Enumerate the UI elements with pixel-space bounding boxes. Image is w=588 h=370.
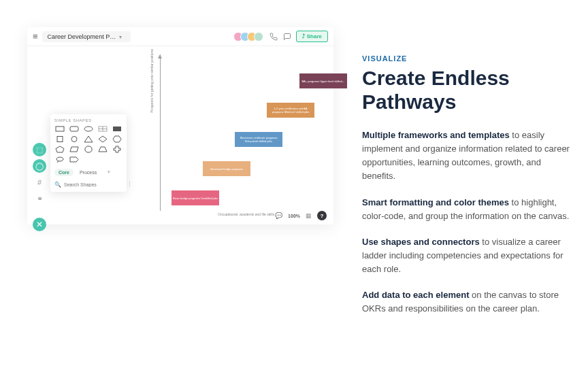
side-toolbar: ⬚ ◯ # ⚭ (33, 143, 46, 205)
close-button[interactable]: ✕ (33, 218, 46, 231)
chat-icon[interactable] (282, 32, 292, 41)
svg-marker-11 (113, 136, 121, 142)
eyebrow: VISUALIZE (362, 54, 576, 63)
triangle-shape-icon[interactable] (84, 135, 93, 143)
svg-marker-13 (70, 147, 78, 152)
parallelogram-shape-icon[interactable] (69, 146, 79, 153)
zoom-level[interactable]: 100% (288, 214, 300, 218)
share-button[interactable]: ⤴ Share (296, 31, 328, 42)
ladder-box-5[interactable]: BA+ programs Upper level skilled… (299, 73, 347, 88)
app-screenshot: ≡ Career Development P… ▾ ⤴ Share (0, 0, 340, 370)
svg-point-17 (56, 157, 63, 161)
x-axis-label: Occupational, academic and life skills (218, 212, 274, 216)
marketing-copy: VISUALIZE Create Endless Pathways Multip… (340, 0, 588, 370)
search-input[interactable] (64, 182, 124, 187)
chevron-down-icon: ▾ (119, 34, 122, 40)
bottom-bar: 💬 100% ▦ ? (275, 211, 327, 220)
avatar (254, 32, 263, 41)
phone-icon[interactable] (269, 32, 278, 41)
frame-tool-icon[interactable]: ⬚ (33, 143, 46, 156)
ladder-box-2[interactable]: Vocational bridge programs (203, 161, 250, 176)
filled-rect-shape-icon[interactable] (112, 125, 122, 133)
hexagon-shape-icon[interactable] (112, 135, 122, 143)
square-shape-icon[interactable] (55, 135, 65, 143)
chip-process[interactable]: Process (76, 169, 101, 176)
cross-shape-icon[interactable] (112, 146, 122, 153)
more-icon[interactable]: ⋮ (127, 181, 133, 188)
svg-marker-14 (85, 146, 92, 152)
grid-icon[interactable]: ▦ (306, 212, 312, 219)
shapes-panel: SIMPLE SHAPES (50, 114, 127, 192)
svg-marker-19 (70, 157, 78, 162)
grid-shape-icon[interactable] (98, 125, 108, 133)
app-window: ≡ Career Development P… ▾ ⤴ Share (27, 27, 333, 224)
ladder-box-4[interactable]: 1-2 year certificates and AA programs Mi… (267, 103, 314, 118)
svg-marker-12 (56, 146, 64, 152)
more-shapes-icon[interactable] (84, 156, 93, 163)
svg-rect-1 (70, 127, 78, 131)
shape-tool-icon[interactable]: ◯ (33, 159, 46, 173)
topbar: ≡ Career Development P… ▾ ⤴ Share (27, 27, 333, 46)
ladder-box-3[interactable]: Short-term certificate programs Entry-le… (235, 132, 282, 147)
svg-point-8 (71, 137, 77, 142)
pentagon-shape-icon[interactable] (55, 146, 65, 153)
menu-icon[interactable]: ≡ (33, 31, 38, 41)
svg-rect-6 (113, 127, 121, 131)
chip-core[interactable]: Core (54, 169, 74, 176)
callout-shape-icon[interactable] (55, 156, 65, 163)
paragraph-4: Add data to each element on the canvas t… (362, 288, 576, 316)
shape-grid (54, 125, 122, 163)
share-label: Share (307, 33, 322, 39)
share-icon: ⤴ (302, 33, 305, 39)
svg-marker-10 (99, 136, 107, 142)
paragraph-1: Multiple frameworks and templates to eas… (362, 129, 576, 184)
diamond-shape-icon[interactable] (98, 135, 108, 143)
paragraph-2: Smart formatting and color themes to hig… (362, 196, 576, 223)
collaborator-avatars[interactable] (236, 32, 263, 41)
svg-rect-7 (57, 137, 63, 142)
cluster-tool-icon[interactable]: ⚭ (33, 192, 46, 205)
grid-tool-icon[interactable]: # (33, 175, 46, 189)
svg-rect-0 (56, 127, 64, 131)
ellipse-shape-icon[interactable] (84, 125, 93, 133)
shape-search-row: 🔍 ⋮ (54, 181, 122, 188)
tag-shape-icon[interactable] (69, 156, 79, 163)
circle-shape-icon[interactable] (69, 135, 79, 143)
chip-add[interactable]: + (103, 167, 114, 177)
y-axis-label: Prospects for getting onto similar posit… (150, 49, 154, 113)
comment-icon[interactable]: 💬 (275, 212, 282, 219)
octagon-shape-icon[interactable] (84, 146, 93, 153)
svg-point-2 (84, 127, 93, 131)
help-button[interactable]: ? (317, 211, 327, 220)
trapezoid-shape-icon[interactable] (98, 146, 108, 153)
document-title[interactable]: Career Development P… ▾ (42, 31, 131, 42)
roundrect-shape-icon[interactable] (69, 125, 79, 133)
headline: Create Endless Pathways (362, 67, 576, 114)
svg-marker-16 (114, 146, 120, 152)
search-icon: 🔍 (54, 182, 61, 188)
y-axis (160, 54, 161, 211)
ladder-box-1[interactable]: Basic bridge programs Unskilled jobs (172, 190, 219, 205)
svg-marker-9 (84, 136, 93, 142)
shapes-panel-header: SIMPLE SHAPES (54, 118, 122, 122)
shape-category-chips: Core Process + (54, 167, 122, 177)
rect-shape-icon[interactable] (55, 125, 65, 133)
svg-marker-15 (99, 147, 107, 152)
document-title-text: Career Development P… (48, 33, 116, 40)
paragraph-3: Use shapes and connectors to visualize a… (362, 235, 576, 276)
